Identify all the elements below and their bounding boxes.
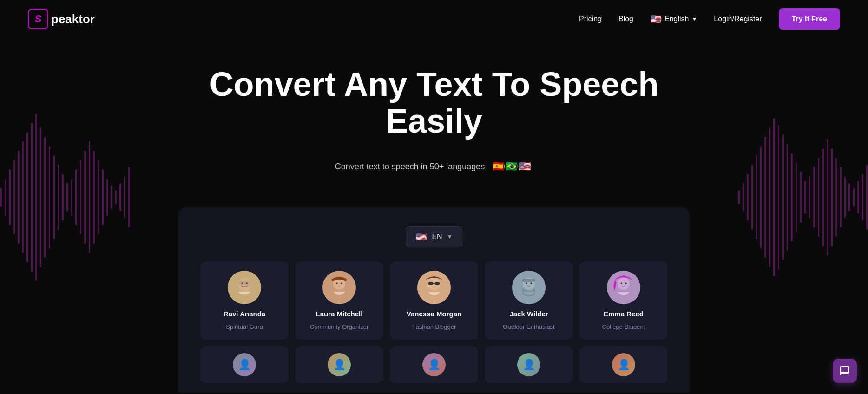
- dropdown-flag: 🇺🇸: [415, 231, 427, 242]
- svg-point-18: [530, 283, 532, 285]
- voice-name: Jack Wilder: [509, 310, 548, 318]
- voice-card-partial[interactable]: 👤: [295, 346, 383, 383]
- svg-point-17: [526, 283, 527, 285]
- svg-point-8: [336, 283, 338, 285]
- avatar-small: 👤: [328, 353, 351, 376]
- voice-card[interactable]: Ravi Ananda Spiritual Guru: [200, 261, 289, 340]
- voice-card[interactable]: Emma Reed College Student: [579, 261, 668, 340]
- avatar: [417, 271, 451, 304]
- svg-point-23: [625, 283, 627, 285]
- svg-point-22: [620, 283, 622, 285]
- hero-section: Convert Any Text To Speech Easily Conver…: [0, 38, 868, 207]
- voice-name: Vanessa Morgan: [407, 310, 461, 318]
- svg-rect-19: [522, 279, 535, 282]
- avatar: [322, 271, 356, 304]
- voice-card-partial[interactable]: 👤: [200, 346, 289, 383]
- dropdown-lang-label: EN: [432, 233, 442, 241]
- avatar-small: 👤: [233, 353, 256, 376]
- voice-card-partial[interactable]: 👤: [390, 346, 478, 383]
- voice-card[interactable]: Vanessa Morgan Fashion Blogger: [390, 261, 478, 340]
- avatar: [607, 271, 640, 304]
- flags-group: 🇪🇸 🇧🇷 🇺🇸: [490, 158, 533, 175]
- language-label: English: [664, 15, 689, 23]
- app-panel: 🇺🇸 EN ▼ Ravi Ananda Spiritual Guru: [178, 207, 690, 393]
- lang-selector-row: 🇺🇸 EN ▼: [192, 226, 676, 247]
- logo-icon: S: [28, 9, 48, 29]
- avatar: [228, 271, 261, 304]
- navbar: S peaktor Pricing Blog 🇺🇸 English ▼ Logi…: [0, 0, 868, 38]
- voice-card[interactable]: Laura Mitchell Community Organizer: [295, 261, 383, 340]
- chat-icon: [839, 365, 850, 376]
- flag-us: 🇺🇸: [516, 158, 533, 175]
- voice-cards-row2: 👤 👤 👤 👤 👤: [192, 346, 676, 383]
- logo-text: peaktor: [51, 12, 95, 27]
- login-link[interactable]: Login/Register: [714, 15, 762, 23]
- logo[interactable]: S peaktor: [28, 9, 95, 29]
- voice-role: Outdoor Enthusiast: [503, 323, 554, 330]
- subtitle-text: Convert text to speech in 50+ languages: [335, 162, 485, 172]
- svg-rect-14: [433, 283, 435, 284]
- avatar-small: 👤: [422, 353, 446, 376]
- voice-card-partial[interactable]: 👤: [485, 346, 573, 383]
- voice-role: College Student: [602, 323, 645, 330]
- hero-title: Convert Any Text To Speech Easily: [178, 66, 690, 140]
- voice-role: Spiritual Guru: [226, 323, 263, 330]
- voice-name: Emma Reed: [604, 310, 644, 318]
- voice-card-partial[interactable]: 👤: [579, 346, 668, 383]
- chevron-down-icon: ▼: [691, 16, 697, 22]
- voice-cards-row: Ravi Ananda Spiritual Guru Laura Mitchel…: [192, 261, 676, 340]
- nav-links: Pricing Blog 🇺🇸 English ▼ Login/Register…: [579, 8, 840, 30]
- avatar: [512, 271, 546, 304]
- dropdown-chevron-icon: ▼: [447, 234, 453, 240]
- try-free-button[interactable]: Try It Free: [779, 8, 840, 30]
- svg-rect-5: [238, 281, 250, 285]
- chat-button[interactable]: [833, 359, 857, 383]
- voice-name: Laura Mitchell: [316, 310, 363, 318]
- blog-link[interactable]: Blog: [618, 15, 633, 23]
- avatar-small: 👤: [517, 353, 540, 376]
- voice-card[interactable]: Jack Wilder Outdoor Enthusiast: [485, 261, 573, 340]
- language-dropdown[interactable]: 🇺🇸 EN ▼: [406, 226, 462, 247]
- language-selector[interactable]: 🇺🇸 English ▼: [650, 13, 697, 25]
- avatar-small: 👤: [612, 353, 635, 376]
- voice-role: Community Organizer: [310, 323, 368, 330]
- pricing-link[interactable]: Pricing: [579, 15, 602, 23]
- hero-subtitle: Convert text to speech in 50+ languages …: [9, 158, 859, 175]
- svg-rect-13: [435, 282, 440, 285]
- svg-point-21: [618, 278, 630, 290]
- language-flag: 🇺🇸: [650, 13, 662, 25]
- voice-name: Ravi Ananda: [224, 310, 265, 318]
- svg-point-9: [341, 283, 342, 285]
- svg-rect-12: [428, 282, 433, 285]
- voice-role: Fashion Blogger: [412, 323, 456, 330]
